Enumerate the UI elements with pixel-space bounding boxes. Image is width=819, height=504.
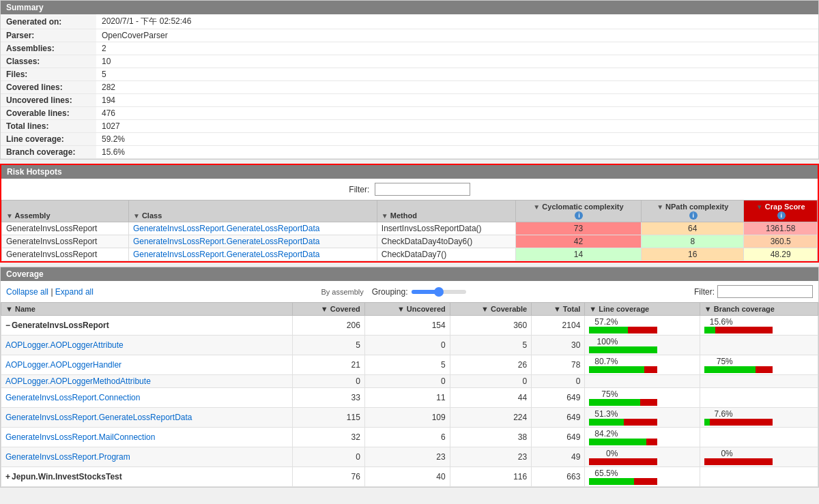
coverage-filter-input[interactable] <box>717 285 813 298</box>
cov-col-covered[interactable]: ▼ Covered <box>293 303 365 316</box>
cov-uncovered-label: Uncovered <box>407 305 446 313</box>
cov-col-total[interactable]: ▼ Total <box>532 303 585 316</box>
line-coverage-bar <box>589 366 657 373</box>
cyclomatic-col-label: Cyclomatic complexity <box>542 203 623 211</box>
branch-coverage-bar <box>704 366 773 373</box>
cov-covered-cell: 5 <box>293 336 365 355</box>
cov-uncovered-cell: 40 <box>364 467 450 487</box>
hotspot-col-cyclomatic[interactable]: ▼ Cyclomatic complexity i <box>515 201 641 222</box>
class-col-label: Class <box>142 211 162 220</box>
hotspot-col-assembly[interactable]: ▼ Assembly <box>2 201 129 222</box>
cov-linecov-cell: 75% <box>585 388 700 408</box>
cov-covered-cell: 21 <box>293 355 365 375</box>
coverage-row-link[interactable]: GenerateInvsLossReport.MailConnection <box>5 432 155 442</box>
summary-value: 5 <box>96 68 818 81</box>
line-coverage-bar <box>589 439 657 445</box>
npath-info-icon[interactable]: i <box>689 211 698 220</box>
cov-total-cell: 30 <box>532 336 585 355</box>
cov-coverable-cell: 44 <box>450 388 531 408</box>
summary-row: Assemblies:2 <box>1 42 818 55</box>
cov-covered-cell: 32 <box>293 428 365 447</box>
cov-coverable-cell: 23 <box>450 447 531 467</box>
hotspot-col-crap[interactable]: ▼ Crap Score i <box>744 201 818 222</box>
collapse-all-link[interactable]: Collapse all <box>6 287 48 297</box>
summary-label: Line coverage: <box>1 133 96 146</box>
crap-info-icon[interactable]: i <box>777 211 786 220</box>
cov-total-cell: 0 <box>532 375 585 388</box>
cov-covered-cell: 115 <box>293 408 365 428</box>
cov-total-cell: 649 <box>532 388 585 408</box>
hotspot-assembly: GenerateInvsLossReport <box>2 222 129 235</box>
hotspot-method: CheckDataDay4toDay6() <box>377 235 515 248</box>
cov-name-cell: GenerateInvsLossReport.MailConnection <box>1 428 293 447</box>
grouping-slider[interactable] <box>412 290 466 294</box>
cov-total-label: Total <box>563 305 580 313</box>
hotspot-class[interactable]: GenerateInvsLossReport.GenerateLossRepor… <box>128 248 377 261</box>
hotspot-npath: 64 <box>642 222 744 235</box>
coverage-row-link[interactable]: AOPLogger.AOPLoggerMethodAttribute <box>5 376 151 386</box>
line-bar-green <box>589 419 624 426</box>
method-sort-icon: ▼ <box>382 212 388 220</box>
coverage-row: AOPLogger.AOPLoggerMethodAttribute 0 0 0… <box>1 375 818 388</box>
cov-col-uncovered[interactable]: ▼ Uncovered <box>364 303 450 316</box>
hotspot-col-class[interactable]: ▼ Class <box>128 201 377 222</box>
hotspot-class[interactable]: GenerateInvsLossReport.GenerateLossRepor… <box>128 235 377 248</box>
summary-header: Summary <box>1 1 818 14</box>
cov-branchcov-cell <box>700 388 818 408</box>
summary-label: Assemblies: <box>1 42 96 55</box>
summary-label: Coverable lines: <box>1 107 96 120</box>
line-bar-green <box>589 366 644 373</box>
cov-col-coverable[interactable]: ▼ Coverable <box>450 303 531 316</box>
cov-linecov-cell: 100% <box>585 336 700 355</box>
cov-uncovered-cell: 154 <box>364 316 450 336</box>
line-bar-red <box>589 458 657 465</box>
cov-name-cell: GenerateInvsLossReport.GenerateLossRepor… <box>1 408 293 428</box>
hotspot-class[interactable]: GenerateInvsLossReport.GenerateLossRepor… <box>128 222 377 235</box>
slider-thumb <box>434 287 444 297</box>
risk-hotspots-section: Risk Hotspots Filter: ▼ Assembly ▼ Class… <box>0 164 819 263</box>
cov-coverable-cell: 116 <box>450 467 531 487</box>
summary-row: Line coverage:59.2% <box>1 133 818 146</box>
summary-value: OpenCoverParser <box>96 29 818 42</box>
cov-col-branchcov[interactable]: ▼ Branch coverage <box>700 303 818 316</box>
line-bar-red <box>644 366 657 373</box>
coverage-section: Coverage Collapse all | Expand all By as… <box>0 267 819 488</box>
coverage-row-link[interactable]: AOPLogger.AOPLoggerHandler <box>5 360 121 370</box>
cov-coverable-cell: 26 <box>450 355 531 375</box>
summary-row: Uncovered lines:194 <box>1 94 818 107</box>
line-bar-green <box>589 346 657 353</box>
hotspot-crap: 360.5 <box>744 235 818 248</box>
assembly-sort-icon: ▼ <box>6 212 13 220</box>
coverage-row: GenerateInvsLossReport.Program 0 23 23 4… <box>1 447 818 467</box>
cyclomatic-sort-icon: ▼ <box>533 203 540 211</box>
coverage-row-link[interactable]: GenerateInvsLossReport.Connection <box>5 393 140 402</box>
summary-value: 1027 <box>96 120 818 133</box>
line-pct-text: 100% <box>589 337 618 346</box>
summary-row: Branch coverage:15.6% <box>1 146 818 159</box>
summary-row: Covered lines:282 <box>1 81 818 94</box>
expand-all-link[interactable]: Expand all <box>55 287 94 297</box>
hotspot-col-npath[interactable]: ▼ NPath complexity i <box>642 201 744 222</box>
hotspot-cyclomatic: 42 <box>515 235 641 248</box>
coverage-filter-label: Filter: <box>694 287 715 297</box>
coverage-row-link[interactable]: GenerateInvsLossReport.GenerateLossRepor… <box>5 413 192 422</box>
line-bar-red <box>640 399 657 406</box>
cov-coverable-label: Coverable <box>491 305 527 313</box>
cyclomatic-info-icon[interactable]: i <box>575 211 583 220</box>
cov-branchcov-cell <box>700 428 818 447</box>
cov-name-cell: GenerateInvsLossReport.Connection <box>1 388 293 408</box>
cov-col-linecov[interactable]: ▼ Line coverage <box>585 303 700 316</box>
risk-hotspots-filter-input[interactable] <box>375 183 470 196</box>
cov-uncovered-cell: 5 <box>364 355 450 375</box>
cov-col-name[interactable]: ▼ Name <box>1 303 293 316</box>
branch-coverage-bar <box>704 327 773 333</box>
coverage-row-link[interactable]: AOPLogger.AOPLoggerAttribute <box>5 340 124 350</box>
hotspot-cyclomatic: 73 <box>515 222 641 235</box>
coverage-row: +Jepun.Win.InvestStocksTest 76 40 116 66… <box>1 467 818 487</box>
hotspot-col-method[interactable]: ▼ Method <box>377 201 515 222</box>
line-coverage-bar <box>589 399 657 406</box>
cov-covered-cell: 76 <box>293 467 365 487</box>
coverage-row-link[interactable]: GenerateInvsLossReport.Program <box>5 452 130 462</box>
branch-bar-red <box>710 419 773 426</box>
cov-name-label: Name <box>15 305 35 313</box>
